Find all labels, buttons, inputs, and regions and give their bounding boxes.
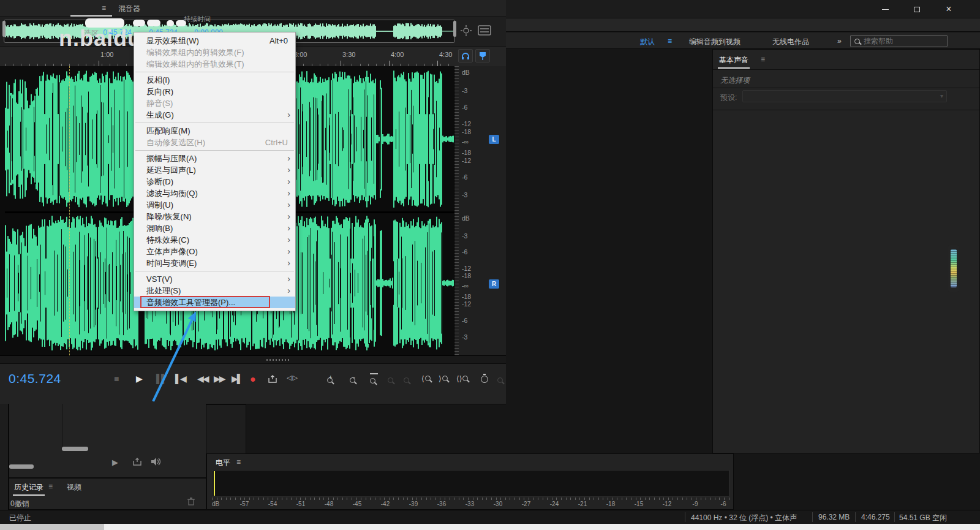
monitor-headphones-button[interactable] <box>458 49 473 62</box>
editor-panel-menu-icon[interactable]: ≡ <box>102 4 106 12</box>
overview-right-handle[interactable] <box>453 21 456 37</box>
menu-item-label: 滤波与均衡(Q) <box>146 189 198 198</box>
search-input[interactable] <box>864 37 931 45</box>
essential-sound-menu-icon[interactable]: ≡ <box>761 55 765 64</box>
menu-item-诊断(D)[interactable]: 诊断(D)› <box>134 176 295 187</box>
horizontal-scrollbar[interactable] <box>0 355 506 363</box>
fast-forward-button[interactable]: ▶▶ <box>214 374 225 384</box>
menu-item-静音(S): 静音(S) <box>134 97 295 109</box>
help-search-box[interactable] <box>850 35 948 47</box>
scrollbar-grip[interactable] <box>266 359 291 361</box>
menu-item-label: 调制(U) <box>146 200 173 210</box>
search-icon <box>854 39 860 44</box>
menu-item-批处理(S)[interactable]: 批处理(S)› <box>134 285 295 297</box>
submenu-arrow-icon: › <box>287 246 290 257</box>
file-size: 96.32 MB <box>818 513 850 521</box>
right-channel-badge[interactable]: R <box>489 279 499 289</box>
list-hscrollbar-thumb[interactable] <box>62 447 88 451</box>
speaker-icon[interactable] <box>151 458 160 466</box>
maximize-button[interactable] <box>905 0 929 18</box>
menu-item-特殊效果(C)[interactable]: 特殊效果(C)› <box>134 234 295 246</box>
skip-selection-button[interactable]: ◁▷ <box>287 374 298 382</box>
zoom-out-button[interactable]: − <box>350 375 355 385</box>
chevron-down-icon: ▾ <box>940 93 943 99</box>
display-settings-icon[interactable] <box>478 25 491 36</box>
db-label: -12 <box>462 157 471 164</box>
skip-to-end-button[interactable]: ▶▌ <box>232 374 242 384</box>
transport-bar: 0:45.724 ■ ▶ ▌▌ ▌◀ ◀◀ ▶▶ ▶▌ ● ◁▷ + − ⟨ ⟩… <box>0 363 506 404</box>
menu-item-匹配响度(M)[interactable]: 匹配响度(M) <box>134 125 295 137</box>
menu-shortcut: Ctrl+U <box>265 137 288 148</box>
left-channel-badge[interactable]: L <box>489 135 499 144</box>
workspace-item[interactable]: 编辑音频到视频 <box>689 37 741 47</box>
zoom-out-point-button[interactable]: ⟩ <box>439 374 448 383</box>
stop-button[interactable]: ■ <box>114 374 119 384</box>
history-panel-menu-icon[interactable]: ≡ <box>48 482 53 491</box>
submenu-arrow-icon: › <box>287 187 290 199</box>
zoom-selection-edges-button[interactable]: ⟨⟩ <box>456 374 468 383</box>
menu-item-调制(U)[interactable]: 调制(U)› <box>134 199 295 211</box>
zoom-in-point-button[interactable]: ⟨ <box>421 374 431 383</box>
menu-item-label: 生成(G) <box>146 110 174 119</box>
menu-item-降噪/恢复(N)[interactable]: 降噪/恢复(N)› <box>134 211 295 222</box>
overview-left-handle[interactable] <box>2 21 6 37</box>
meter-scale-label: -30 <box>494 501 502 507</box>
db-label: -∞ <box>462 138 469 145</box>
workspace-overflow-chevron[interactable]: » <box>837 37 842 45</box>
menu-item-label: 特殊效果(C) <box>146 235 189 244</box>
db-label: -3 <box>462 191 467 199</box>
zoom-to-selection-button[interactable] <box>370 373 378 385</box>
record-button[interactable]: ● <box>250 374 256 385</box>
close-button[interactable]: × <box>937 0 961 18</box>
meter-scale-label: -39 <box>409 501 418 507</box>
menu-item-生成(G)[interactable]: 生成(G)› <box>134 109 295 121</box>
pan-zoom-icon[interactable] <box>461 25 472 36</box>
zoom-in-button[interactable]: + <box>327 375 333 385</box>
meter-indicator-line <box>214 471 215 496</box>
menu-item-VST(V)[interactable]: VST(V)› <box>134 273 295 285</box>
menu-item-label: 反向(R) <box>146 87 173 96</box>
menu-separator <box>135 271 294 271</box>
playhead[interactable] <box>69 66 70 355</box>
current-time-display[interactable]: 0:45.724 <box>9 371 61 386</box>
menu-item-label: 编辑效果组内的剪辑效果(F) <box>146 48 244 57</box>
workspace-item[interactable]: 无线电作品 <box>772 37 809 47</box>
workspace-menu-icon[interactable]: ≡ <box>668 37 672 45</box>
tab-video[interactable]: 视频 <box>67 482 81 493</box>
tab-mixer[interactable]: 混音器 <box>118 4 140 14</box>
menu-item-振幅与压限(A)[interactable]: 振幅与压限(A)› <box>134 153 295 164</box>
menu-separator <box>135 123 294 123</box>
menu-item-label: 立体声声像(O) <box>146 247 198 256</box>
editor-tab-bar: ≡ 混音器 <box>0 0 506 17</box>
tab-history[interactable]: 历史记录 <box>14 482 43 493</box>
minimize-button[interactable] <box>873 0 897 18</box>
adobe-audition-window: Au Adobe Audition × 文件(F)编辑(E)多轨(M)剪辑(C)… <box>0 0 980 530</box>
marker-pin-button[interactable] <box>475 49 490 62</box>
loop-playback-icon[interactable] <box>268 375 277 383</box>
db-label: -6 <box>462 248 467 256</box>
preview-loop-icon[interactable] <box>132 458 142 466</box>
menu-item-反相(I)[interactable]: 反相(I) <box>134 74 295 86</box>
amplitude-scale: dB-3-6-12-18-∞-18-12-6-3dB-3-6-12-18-∞-1… <box>454 66 506 355</box>
ruler-label: 4:00 <box>391 51 404 58</box>
tree-hscrollbar-thumb[interactable] <box>9 464 34 469</box>
ruler-major-tick <box>341 61 341 66</box>
menu-item-显示效果组(W)[interactable]: 显示效果组(W)Alt+0 <box>134 35 295 47</box>
menu-item-时间与变调(E)[interactable]: 时间与变调(E)› <box>134 257 295 269</box>
level-meter <box>212 470 729 497</box>
trash-icon <box>187 498 195 505</box>
tab-essential-sound[interactable]: 基本声音 <box>719 55 748 66</box>
menu-item-滤波与均衡(Q)[interactable]: 滤波与均衡(Q)› <box>134 187 295 199</box>
menu-item-延迟与回声(L)[interactable]: 延迟与回声(L)› <box>134 164 295 176</box>
timer-record-icon[interactable] <box>481 375 488 385</box>
workspace-item[interactable]: 默认 <box>640 37 655 47</box>
db-label: -18 <box>462 293 471 300</box>
meter-scale-label: -27 <box>522 501 530 507</box>
menu-item-混响(B)[interactable]: 混响(B)› <box>134 222 295 234</box>
submenu-arrow-icon: › <box>287 211 290 222</box>
preview-play-button[interactable]: ▶ <box>112 458 118 467</box>
tab-levels[interactable]: 电平 <box>216 458 230 468</box>
levels-panel-menu-icon[interactable]: ≡ <box>236 458 241 466</box>
menu-item-反向(R)[interactable]: 反向(R) <box>134 86 295 97</box>
menu-item-立体声声像(O)[interactable]: 立体声声像(O)› <box>134 246 295 257</box>
